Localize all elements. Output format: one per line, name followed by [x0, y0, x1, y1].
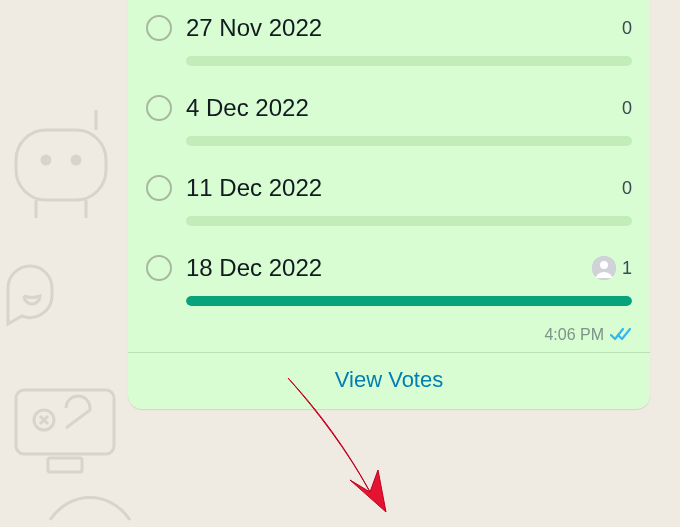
vote-count: 0	[622, 98, 632, 119]
vote-count: 0	[622, 18, 632, 39]
vote-bar-fill	[186, 296, 632, 306]
poll-option-label: 27 Nov 2022	[186, 14, 608, 42]
radio-unchecked-icon[interactable]	[146, 15, 172, 41]
radio-unchecked-icon[interactable]	[146, 175, 172, 201]
doodle-icon	[0, 360, 130, 480]
vote-count: 0	[622, 178, 632, 199]
poll-option[interactable]: 11 Dec 2022 0	[146, 160, 632, 240]
poll-option-label: 4 Dec 2022	[186, 94, 608, 122]
poll-options-list: 27 Nov 2022 0 4 Dec 2022 0	[128, 0, 650, 320]
svg-rect-0	[16, 130, 106, 200]
radio-unchecked-icon[interactable]	[146, 95, 172, 121]
vote-count-wrap: 1	[592, 256, 632, 280]
doodle-icon	[40, 480, 140, 527]
vote-bar-track	[186, 296, 632, 306]
vote-bar-track	[186, 56, 632, 66]
svg-rect-6	[16, 390, 114, 454]
voter-avatar-icon	[592, 256, 616, 280]
vote-count-wrap: 0	[622, 178, 632, 199]
poll-option[interactable]: 27 Nov 2022 0	[146, 0, 632, 80]
message-meta: 4:06 PM	[128, 320, 650, 352]
vote-count-wrap: 0	[622, 18, 632, 39]
message-timestamp: 4:06 PM	[544, 326, 604, 344]
poll-option[interactable]: 18 Dec 2022 1	[146, 240, 632, 320]
poll-message-bubble: 27 Nov 2022 0 4 Dec 2022 0	[128, 0, 650, 409]
svg-point-12	[600, 261, 608, 269]
vote-bar-track	[186, 216, 632, 226]
view-votes-button[interactable]: View Votes	[128, 353, 650, 409]
svg-point-2	[72, 156, 80, 164]
poll-option[interactable]: 4 Dec 2022 0	[146, 80, 632, 160]
vote-bar-track	[186, 136, 632, 146]
poll-option-label: 11 Dec 2022	[186, 174, 608, 202]
vote-count: 1	[622, 258, 632, 279]
radio-unchecked-icon[interactable]	[146, 255, 172, 281]
svg-point-1	[42, 156, 50, 164]
svg-rect-7	[48, 458, 82, 472]
poll-option-label: 18 Dec 2022	[186, 254, 578, 282]
read-receipt-icon	[610, 327, 634, 343]
doodle-icon	[6, 100, 126, 230]
vote-count-wrap: 0	[622, 98, 632, 119]
doodle-icon	[0, 260, 66, 340]
